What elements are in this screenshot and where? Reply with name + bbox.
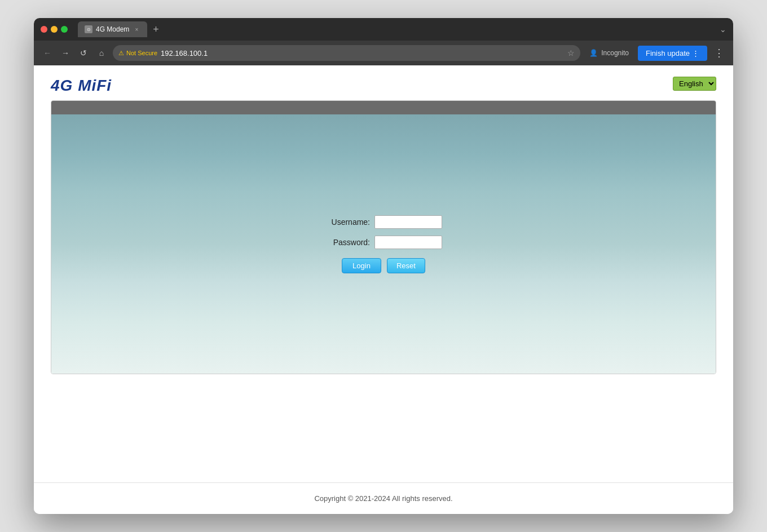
incognito-label: Incognito xyxy=(601,49,629,57)
home-button[interactable]: ⌂ xyxy=(95,46,108,60)
page-content: 4G MiFi English 中文 Username: Password: xyxy=(34,65,733,514)
title-bar: ⊙ 4G Modem × + ⌄ xyxy=(34,18,733,41)
tab-close-button[interactable]: × xyxy=(133,25,140,33)
password-row: Password: xyxy=(325,236,442,249)
traffic-lights xyxy=(41,26,68,33)
password-label: Password: xyxy=(325,238,370,247)
tab-bar: ⊙ 4G Modem × + ⌄ xyxy=(78,21,726,37)
language-select[interactable]: English 中文 xyxy=(673,77,716,91)
button-row: Login Reset xyxy=(342,258,425,273)
bookmark-button[interactable]: ☆ xyxy=(567,48,575,57)
page-footer: Copyright © 2021-2024 All rights reserve… xyxy=(34,482,733,514)
back-button[interactable]: ← xyxy=(41,46,54,60)
login-container: Username: Password: Login Reset xyxy=(51,100,716,374)
username-input[interactable] xyxy=(374,215,442,229)
logo: 4G MiFi xyxy=(51,77,112,95)
security-warning: ⚠ Not Secure xyxy=(118,50,157,57)
incognito-button[interactable]: 👤 Incognito xyxy=(585,47,633,59)
page-header: 4G MiFi English 中文 xyxy=(34,65,733,100)
active-tab[interactable]: ⊙ 4G Modem × xyxy=(78,21,147,37)
reset-button[interactable]: Reset xyxy=(387,258,425,273)
login-header-bar xyxy=(51,101,716,114)
password-input[interactable] xyxy=(374,236,442,249)
incognito-icon: 👤 xyxy=(589,49,598,57)
tab-menu-button[interactable]: ⌄ xyxy=(720,25,726,34)
address-text: 192.168.100.1 xyxy=(161,49,208,57)
tab-title: 4G Modem xyxy=(96,25,129,33)
close-button[interactable] xyxy=(41,26,47,33)
username-label: Username: xyxy=(325,218,370,227)
maximize-button[interactable] xyxy=(61,26,68,33)
tab-favicon: ⊙ xyxy=(85,25,92,33)
login-form: Username: Password: Login Reset xyxy=(325,215,442,273)
username-row: Username: xyxy=(325,215,442,229)
nav-bar: ← → ↺ ⌂ ⚠ Not Secure 192.168.100.1 ☆ 👤 I… xyxy=(34,41,733,65)
more-icon: ⋮ xyxy=(692,49,699,57)
address-bar[interactable]: ⚠ Not Secure 192.168.100.1 ☆ xyxy=(113,45,580,61)
reload-button[interactable]: ↺ xyxy=(77,46,90,60)
new-tab-button[interactable]: + xyxy=(149,24,162,36)
finish-update-button[interactable]: Finish update ⋮ xyxy=(638,46,707,61)
browser-window: ⊙ 4G Modem × + ⌄ ← → ↺ ⌂ ⚠ Not Secure 19… xyxy=(34,18,733,514)
finish-update-label: Finish update xyxy=(646,49,690,57)
login-body: Username: Password: Login Reset xyxy=(51,114,716,374)
forward-button[interactable]: → xyxy=(59,46,72,60)
browser-menu-button[interactable]: ⋮ xyxy=(712,47,726,59)
minimize-button[interactable] xyxy=(51,26,58,33)
security-label: Not Secure xyxy=(126,50,157,56)
copyright-text: Copyright © 2021-2024 All rights reserve… xyxy=(314,494,452,503)
login-button[interactable]: Login xyxy=(342,258,381,273)
warning-icon: ⚠ xyxy=(118,50,124,57)
